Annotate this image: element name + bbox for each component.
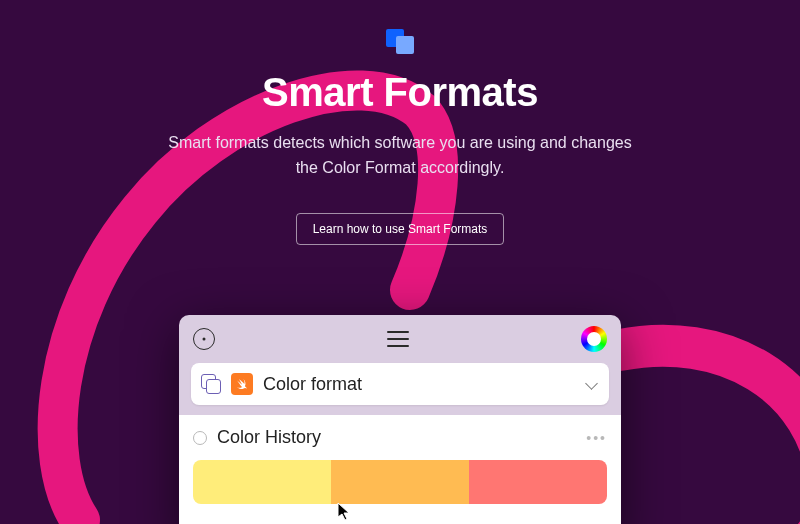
history-radio-icon[interactable]: [193, 431, 207, 445]
smart-formats-logo-icon: [383, 26, 417, 60]
eyedropper-target-icon[interactable]: [193, 328, 215, 350]
color-swatch[interactable]: [469, 460, 607, 504]
swift-app-badge-icon: [231, 373, 253, 395]
page-description: Smart formats detects which software you…: [160, 131, 640, 181]
color-format-label: Color format: [263, 374, 585, 395]
page-title: Smart Formats: [0, 70, 800, 115]
more-options-icon[interactable]: •••: [586, 430, 607, 446]
color-format-selector[interactable]: Color format: [191, 363, 609, 405]
svg-rect-1: [396, 36, 414, 54]
chevron-down-icon: [585, 377, 599, 391]
learn-smart-formats-button[interactable]: Learn how to use Smart Formats: [296, 213, 505, 245]
color-history-panel: Color History •••: [179, 415, 621, 524]
color-picker-window: Color format Color History •••: [179, 315, 621, 524]
menu-icon[interactable]: [387, 331, 409, 347]
copy-icon[interactable]: [199, 372, 223, 396]
color-wheel-icon[interactable]: [581, 326, 607, 352]
color-swatch-row: [193, 460, 607, 504]
color-swatch[interactable]: [193, 460, 331, 504]
color-swatch[interactable]: [331, 460, 469, 504]
titlebar: [179, 315, 621, 363]
color-history-title: Color History: [217, 427, 321, 448]
